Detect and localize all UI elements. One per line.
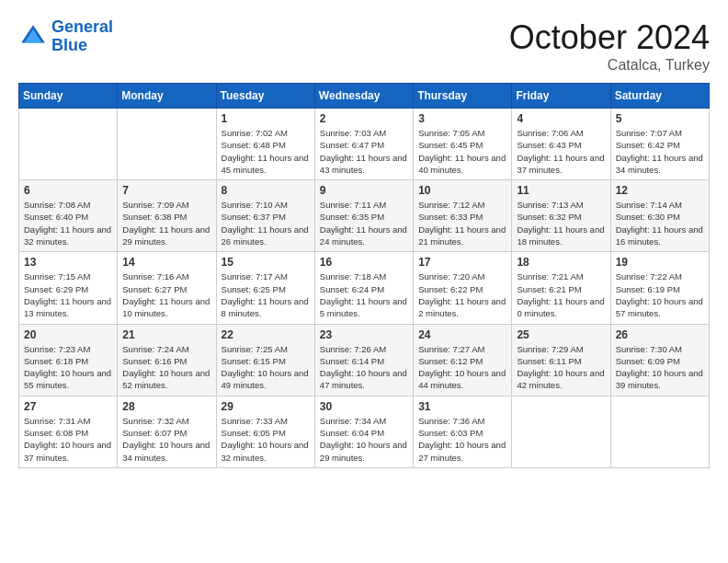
calendar-cell: 8Sunrise: 7:10 AMSunset: 6:37 PMDaylight… (216, 180, 314, 252)
day-number: 29 (222, 400, 310, 413)
day-info: Sunrise: 7:21 AMSunset: 6:21 PMDaylight:… (517, 270, 605, 319)
calendar-cell: 9Sunrise: 7:11 AMSunset: 6:35 PMDaylight… (314, 180, 413, 252)
calendar-cell (610, 396, 709, 467)
day-number: 22 (222, 328, 310, 341)
header-friday: Friday (512, 84, 610, 109)
calendar-cell (19, 109, 118, 180)
day-info: Sunrise: 7:02 AMSunset: 6:48 PMDaylight:… (222, 127, 310, 176)
day-number: 19 (616, 256, 704, 269)
page-header: General Blue October 2024 Catalca, Turke… (18, 18, 710, 74)
day-number: 18 (517, 256, 605, 269)
day-number: 26 (616, 328, 704, 341)
calendar-cell: 7Sunrise: 7:09 AMSunset: 6:38 PMDaylight… (118, 180, 216, 252)
calendar-cell: 25Sunrise: 7:29 AMSunset: 6:11 PMDayligh… (512, 324, 610, 396)
day-info: Sunrise: 7:03 AMSunset: 6:47 PMDaylight:… (320, 127, 408, 176)
day-info: Sunrise: 7:09 AMSunset: 6:38 PMDaylight:… (122, 199, 210, 247)
day-info: Sunrise: 7:17 AMSunset: 6:25 PMDaylight:… (222, 270, 310, 319)
logo-icon (18, 22, 48, 52)
calendar-cell: 27Sunrise: 7:31 AMSunset: 6:08 PMDayligh… (19, 396, 118, 467)
calendar-cell: 11Sunrise: 7:13 AMSunset: 6:32 PMDayligh… (512, 180, 610, 252)
week-row-2: 6Sunrise: 7:08 AMSunset: 6:40 PMDaylight… (19, 180, 710, 252)
month-title: October 2024 (509, 18, 710, 57)
title-block: October 2024 Catalca, Turkey (509, 18, 710, 74)
day-info: Sunrise: 7:30 AMSunset: 6:09 PMDaylight:… (616, 343, 704, 392)
calendar-cell: 2Sunrise: 7:03 AMSunset: 6:47 PMDaylight… (314, 109, 413, 180)
day-info: Sunrise: 7:36 AMSunset: 6:03 PMDaylight:… (418, 415, 506, 464)
calendar-cell: 10Sunrise: 7:12 AMSunset: 6:33 PMDayligh… (414, 180, 512, 252)
day-number: 13 (24, 256, 112, 269)
day-info: Sunrise: 7:14 AMSunset: 6:30 PMDaylight:… (616, 199, 704, 247)
day-info: Sunrise: 7:22 AMSunset: 6:19 PMDaylight:… (616, 270, 704, 319)
day-info: Sunrise: 7:32 AMSunset: 6:07 PMDaylight:… (122, 415, 210, 464)
header-thursday: Thursday (414, 84, 512, 109)
day-info: Sunrise: 7:18 AMSunset: 6:24 PMDaylight:… (320, 270, 408, 319)
day-info: Sunrise: 7:13 AMSunset: 6:32 PMDaylight:… (517, 199, 605, 247)
calendar-cell: 3Sunrise: 7:05 AMSunset: 6:45 PMDaylight… (414, 109, 512, 180)
day-number: 16 (320, 256, 408, 269)
calendar-cell: 24Sunrise: 7:27 AMSunset: 6:12 PMDayligh… (414, 324, 512, 396)
week-row-1: 1Sunrise: 7:02 AMSunset: 6:48 PMDaylight… (19, 109, 710, 180)
day-number: 9 (320, 184, 408, 197)
day-info: Sunrise: 7:27 AMSunset: 6:12 PMDaylight:… (418, 343, 506, 392)
calendar-cell: 19Sunrise: 7:22 AMSunset: 6:19 PMDayligh… (610, 252, 709, 324)
day-number: 25 (517, 328, 605, 341)
day-number: 12 (616, 184, 704, 197)
day-number: 15 (222, 256, 310, 269)
calendar-cell: 14Sunrise: 7:16 AMSunset: 6:27 PMDayligh… (118, 252, 216, 324)
day-number: 4 (517, 112, 605, 125)
day-info: Sunrise: 7:15 AMSunset: 6:29 PMDaylight:… (24, 270, 112, 319)
day-info: Sunrise: 7:16 AMSunset: 6:27 PMDaylight:… (122, 270, 210, 319)
day-number: 30 (320, 400, 408, 413)
calendar-cell: 26Sunrise: 7:30 AMSunset: 6:09 PMDayligh… (610, 324, 709, 396)
day-number: 8 (222, 184, 310, 197)
day-info: Sunrise: 7:24 AMSunset: 6:16 PMDaylight:… (122, 343, 210, 392)
day-info: Sunrise: 7:29 AMSunset: 6:11 PMDaylight:… (517, 343, 605, 392)
calendar-cell: 21Sunrise: 7:24 AMSunset: 6:16 PMDayligh… (118, 324, 216, 396)
day-info: Sunrise: 7:23 AMSunset: 6:18 PMDaylight:… (24, 343, 112, 392)
header-tuesday: Tuesday (216, 84, 314, 109)
calendar-cell: 28Sunrise: 7:32 AMSunset: 6:07 PMDayligh… (118, 396, 216, 467)
logo-line2: Blue (51, 36, 87, 54)
day-info: Sunrise: 7:31 AMSunset: 6:08 PMDaylight:… (24, 415, 112, 464)
day-number: 21 (122, 328, 210, 341)
day-info: Sunrise: 7:10 AMSunset: 6:37 PMDaylight:… (222, 199, 310, 247)
day-number: 28 (122, 400, 210, 413)
day-number: 6 (24, 184, 112, 197)
calendar-cell: 6Sunrise: 7:08 AMSunset: 6:40 PMDaylight… (19, 180, 118, 252)
logo-line1: General (51, 17, 113, 36)
calendar-cell: 16Sunrise: 7:18 AMSunset: 6:24 PMDayligh… (314, 252, 413, 324)
day-number: 7 (122, 184, 210, 197)
day-info: Sunrise: 7:12 AMSunset: 6:33 PMDaylight:… (418, 199, 506, 247)
calendar-cell (118, 109, 216, 180)
day-number: 31 (418, 400, 506, 413)
day-info: Sunrise: 7:34 AMSunset: 6:04 PMDaylight:… (320, 415, 408, 464)
day-number: 20 (24, 328, 112, 341)
calendar-cell: 18Sunrise: 7:21 AMSunset: 6:21 PMDayligh… (512, 252, 610, 324)
calendar-cell: 23Sunrise: 7:26 AMSunset: 6:14 PMDayligh… (314, 324, 413, 396)
calendar-cell: 30Sunrise: 7:34 AMSunset: 6:04 PMDayligh… (314, 396, 413, 467)
day-info: Sunrise: 7:33 AMSunset: 6:05 PMDaylight:… (222, 415, 310, 464)
day-number: 27 (24, 400, 112, 413)
day-info: Sunrise: 7:11 AMSunset: 6:35 PMDaylight:… (320, 199, 408, 247)
calendar-cell: 29Sunrise: 7:33 AMSunset: 6:05 PMDayligh… (216, 396, 314, 467)
week-row-3: 13Sunrise: 7:15 AMSunset: 6:29 PMDayligh… (19, 252, 710, 324)
day-info: Sunrise: 7:20 AMSunset: 6:22 PMDaylight:… (418, 270, 506, 319)
day-info: Sunrise: 7:25 AMSunset: 6:15 PMDaylight:… (222, 343, 310, 392)
week-row-5: 27Sunrise: 7:31 AMSunset: 6:08 PMDayligh… (19, 396, 710, 467)
header-sunday: Sunday (19, 84, 118, 109)
calendar-cell: 15Sunrise: 7:17 AMSunset: 6:25 PMDayligh… (216, 252, 314, 324)
header-monday: Monday (118, 84, 216, 109)
calendar-cell: 20Sunrise: 7:23 AMSunset: 6:18 PMDayligh… (19, 324, 118, 396)
calendar-cell (512, 396, 610, 467)
day-number: 1 (222, 112, 310, 125)
calendar-cell: 4Sunrise: 7:06 AMSunset: 6:43 PMDaylight… (512, 109, 610, 180)
day-number: 10 (418, 184, 506, 197)
calendar-cell: 13Sunrise: 7:15 AMSunset: 6:29 PMDayligh… (19, 252, 118, 324)
day-info: Sunrise: 7:07 AMSunset: 6:42 PMDaylight:… (616, 127, 704, 176)
week-row-4: 20Sunrise: 7:23 AMSunset: 6:18 PMDayligh… (19, 324, 710, 396)
calendar-cell: 17Sunrise: 7:20 AMSunset: 6:22 PMDayligh… (414, 252, 512, 324)
header-wednesday: Wednesday (314, 84, 413, 109)
calendar-table: SundayMondayTuesdayWednesdayThursdayFrid… (18, 83, 710, 468)
day-number: 23 (320, 328, 408, 341)
day-number: 17 (418, 256, 506, 269)
